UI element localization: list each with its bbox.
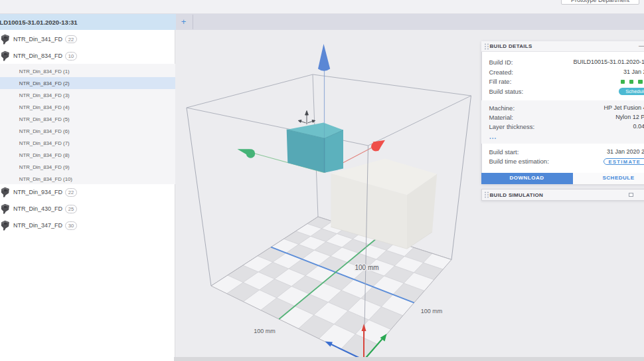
svg-text:100 mm: 100 mm xyxy=(254,328,276,334)
svg-text:100 mm: 100 mm xyxy=(421,308,443,314)
svg-text:100 mm: 100 mm xyxy=(355,264,378,271)
